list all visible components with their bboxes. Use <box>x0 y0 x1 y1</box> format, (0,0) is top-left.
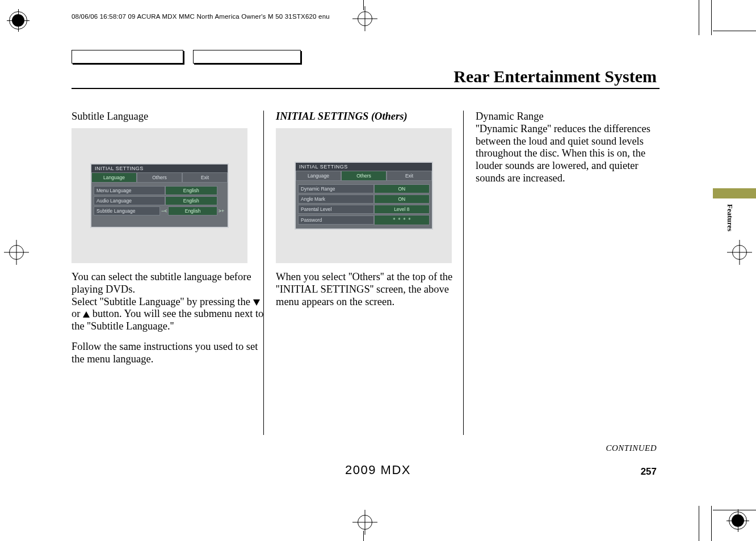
text: ''Dynamic Range'' reduces the difference… <box>476 123 650 184</box>
osd-panel: INITIAL SETTINGS Language Others Exit Dy… <box>295 162 433 230</box>
text: Follow the same instructions you used to… <box>72 341 270 366</box>
osd-row-label: Password <box>298 215 374 225</box>
triangle-down-icon <box>253 299 260 306</box>
osd-row-label: Menu Language <box>94 186 165 195</box>
body-text: When you select ''Others'' at the top of… <box>276 271 474 308</box>
header-meta-text: 08/06/06 16:58:07 09 ACURA MDX MMC North… <box>72 13 330 20</box>
crosshair-icon <box>732 245 747 260</box>
column-3: Dynamic Range ''Dynamic Range'' reduces … <box>476 111 657 185</box>
trim-mark <box>699 506 699 541</box>
triangle-up-icon <box>83 311 90 318</box>
text: Select ''Subtitle Language'' by pressing… <box>72 296 253 307</box>
osd-row-value: Level 8 <box>374 205 430 214</box>
trim-mark <box>699 0 699 35</box>
osd-title: INITIAL SETTINGS <box>91 164 228 172</box>
osd-tab-exit: Exit <box>387 171 432 181</box>
crosshair-icon <box>9 245 24 260</box>
crosshair-icon <box>358 11 372 26</box>
title-rule <box>72 88 660 89</box>
page-title: Rear Entertainment System <box>453 67 657 86</box>
plus-icon: >+ <box>217 208 225 214</box>
text: button. You will see the submenu next to… <box>72 308 263 332</box>
section-heading: Dynamic Range <box>476 111 657 123</box>
section-heading: Subtitle Language <box>72 111 270 122</box>
section-tab-label: Features <box>725 204 734 231</box>
section-heading: INITIAL SETTINGS (Others) <box>276 111 474 122</box>
text: or <box>72 308 83 319</box>
minus-icon: −< <box>160 208 168 214</box>
osd-row-label: Angle Mark <box>298 195 374 204</box>
registration-mark-icon <box>729 512 747 530</box>
body-text: You can select the subtitle language bef… <box>72 271 270 366</box>
osd-row-label: Dynamic Range <box>298 184 374 193</box>
screenshot-subtitle-language: INITIAL SETTINGS Language Others Exit Me… <box>72 128 247 263</box>
osd-title: INITIAL SETTINGS <box>296 163 432 171</box>
registration-mark-icon <box>9 11 27 29</box>
trim-mark <box>713 31 756 31</box>
text: You can select the subtitle language bef… <box>72 271 251 295</box>
osd-row-label: Parental Level <box>298 205 374 214</box>
osd-row-value: English <box>165 196 218 205</box>
header-decorator-box <box>193 50 301 64</box>
osd-row-value: English <box>165 186 218 195</box>
column-1: Subtitle Language INITIAL SETTINGS Langu… <box>72 111 270 374</box>
osd-tab-language: Language <box>91 172 137 183</box>
trim-mark <box>713 510 756 510</box>
osd-tab-exit: Exit <box>182 172 228 183</box>
screenshot-initial-settings-others: INITIAL SETTINGS Language Others Exit Dy… <box>276 128 452 263</box>
crosshair-icon <box>358 515 372 530</box>
text: When you select ''Others'' at the top of… <box>276 271 474 308</box>
trim-mark <box>711 506 712 541</box>
osd-tab-others: Others <box>137 172 182 183</box>
continued-label: CONTINUED <box>606 443 657 453</box>
osd-row-value: ＊＊＊＊ <box>374 215 430 225</box>
osd-row-label: Audio Language <box>94 196 165 205</box>
body-text: Dynamic Range ''Dynamic Range'' reduces … <box>476 111 657 185</box>
footer-model-year: 2009 MDX <box>0 463 756 477</box>
osd-row-value: ON <box>374 195 430 204</box>
section-tab-color <box>713 188 756 198</box>
header-decorator-box <box>72 50 183 64</box>
trim-mark <box>363 0 364 10</box>
manual-page: 08/06/06 16:58:07 09 ACURA MDX MMC North… <box>0 0 756 541</box>
osd-tab-others: Others <box>341 171 387 181</box>
osd-row-value: ON <box>374 184 430 193</box>
osd-panel: INITIAL SETTINGS Language Others Exit Me… <box>90 163 229 228</box>
osd-row-label: Subtitle Language <box>94 206 160 215</box>
osd-tab-language: Language <box>296 171 341 181</box>
trim-mark <box>711 0 712 35</box>
trim-mark <box>363 531 364 541</box>
osd-row-value: English <box>168 206 217 215</box>
column-2: INITIAL SETTINGS (Others) INITIAL SETTIN… <box>276 111 474 316</box>
